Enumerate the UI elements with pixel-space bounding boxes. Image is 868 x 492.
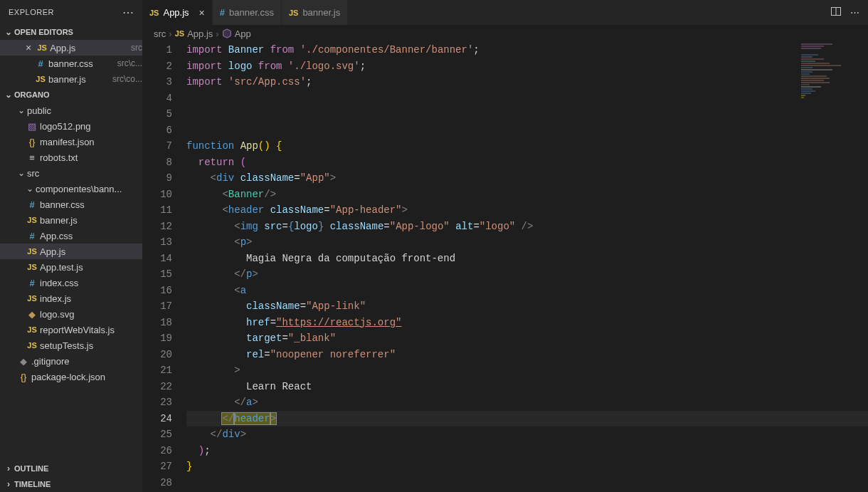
js-file-icon: JS — [27, 263, 36, 271]
code-line[interactable]: ); — [186, 443, 868, 459]
code-line[interactable]: Learn React — [186, 379, 868, 395]
code-line[interactable]: > — [186, 362, 868, 379]
editor-tab[interactable]: JSbanner.js — [282, 0, 348, 25]
tab-bar: JSApp.js×#banner.cssJSbanner.js ⋯ — [142, 0, 868, 25]
open-editor-item[interactable]: ×JSApp.jssrc — [0, 40, 142, 56]
folder-item[interactable]: ⌄public — [0, 103, 142, 118]
code-line[interactable]: Magia Negra da computação front-end — [186, 251, 868, 267]
chevron-down-icon: ⌄ — [16, 105, 27, 115]
breadcrumb-part[interactable]: src — [154, 28, 166, 39]
file-item[interactable]: JSreportWebVitals.js — [0, 322, 142, 337]
folder-label: src — [27, 168, 142, 179]
file-item[interactable]: #index.css — [0, 275, 142, 291]
breadcrumb[interactable]: src › JS App.js › App — [142, 25, 868, 42]
breadcrumb-part[interactable]: App.js — [187, 28, 213, 39]
close-icon[interactable]: × — [199, 7, 205, 19]
code-line[interactable]: import 'src/App.css'; — [186, 74, 868, 90]
file-label: App.test.js — [40, 262, 142, 273]
folder-item[interactable]: ⌄src — [0, 165, 142, 181]
svg-file-icon: ◆ — [28, 309, 36, 320]
open-editor-item[interactable]: #banner.csssrc\c... — [0, 56, 142, 71]
js-file-icon: JS — [37, 43, 46, 52]
code-line[interactable]: <div className="App"> — [186, 170, 868, 187]
file-meta: src — [131, 43, 142, 53]
code-line[interactable] — [186, 106, 868, 122]
folder-label: public — [27, 105, 142, 116]
code-line[interactable]: <a — [186, 283, 868, 299]
explorer-sidebar: EXPLORER ⋯ ⌄ OPEN EDITORS ×JSApp.jssrc#b… — [0, 0, 142, 492]
code-line[interactable]: className="App-link" — [186, 298, 868, 315]
js-file-icon: JS — [27, 294, 36, 303]
open-editors-header[interactable]: ⌄ OPEN EDITORS — [0, 24, 142, 40]
js-file-icon: JS — [27, 247, 36, 256]
code-line[interactable]: import Banner from './componentes/Banner… — [186, 42, 868, 58]
file-label: reportWebVitals.js — [40, 325, 142, 335]
chevron-down-icon: ⌄ — [24, 184, 36, 194]
code-line[interactable]: </div> — [186, 426, 868, 443]
code-line[interactable] — [186, 122, 868, 139]
code-line[interactable]: <Banner/> — [186, 187, 868, 203]
chevron-down-icon: ⌄ — [3, 90, 14, 100]
more-actions-icon[interactable]: ⋯ — [850, 7, 859, 18]
code-line[interactable]: return ( — [186, 155, 868, 171]
code-line[interactable]: </a> — [186, 394, 868, 411]
image-file-icon: ▧ — [28, 121, 36, 132]
minimap[interactable] — [801, 43, 858, 99]
file-item[interactable]: ◆logo.svg — [0, 306, 142, 322]
code-line[interactable] — [186, 475, 868, 491]
timeline-title: TIMELINE — [14, 480, 51, 488]
file-item[interactable]: JSApp.js — [0, 244, 142, 259]
file-label: banner.css — [48, 58, 115, 69]
file-item[interactable]: ◆.gitignore — [0, 353, 142, 369]
code-line[interactable]: function App() { — [186, 138, 868, 155]
file-label: .gitignore — [31, 356, 142, 367]
code-line[interactable]: </p> — [186, 266, 868, 283]
code-line[interactable]: href="https://reactjs.org" — [186, 315, 868, 331]
json-file-icon: {} — [21, 372, 27, 382]
code-line[interactable]: <img src={logo} className="App-logo" alt… — [186, 219, 868, 235]
code-line[interactable]: target="_blank" — [186, 330, 868, 347]
editor-main: JSApp.js×#banner.cssJSbanner.js ⋯ src › … — [142, 0, 868, 492]
file-item[interactable]: JSindex.js — [0, 291, 142, 306]
editor-tab[interactable]: JSApp.js× — [142, 0, 213, 25]
open-editors-title: OPEN EDITORS — [14, 28, 73, 36]
file-label: banner.css — [40, 199, 142, 210]
file-item[interactable]: JSsetupTests.js — [0, 337, 142, 353]
breadcrumb-sep: › — [169, 28, 171, 39]
code-line[interactable]: rel="noopener noreferrer" — [186, 347, 868, 363]
breadcrumb-part[interactable]: App — [235, 28, 251, 39]
file-item[interactable]: #App.css — [0, 228, 142, 244]
code-content[interactable]: import Banner from './componentes/Banner… — [186, 42, 868, 492]
file-item[interactable]: ≡robots.txt — [0, 150, 142, 165]
file-label: logo512.png — [40, 121, 142, 132]
js-file-icon: JS — [149, 9, 159, 17]
explorer-title: EXPLORER — [9, 8, 54, 16]
file-item[interactable]: JSbanner.js — [0, 212, 142, 228]
explorer-more-icon[interactable]: ⋯ — [122, 6, 134, 19]
code-line[interactable] — [186, 90, 868, 107]
file-label: App.js — [40, 246, 142, 257]
code-line[interactable]: <header className="App-header"> — [186, 202, 868, 219]
file-item[interactable]: ▧logo512.png — [0, 118, 142, 134]
split-editor-icon[interactable] — [830, 6, 842, 19]
file-item[interactable]: JSApp.test.js — [0, 259, 142, 275]
folder-item[interactable]: ⌄componentes\bann... — [0, 181, 142, 197]
close-icon[interactable]: × — [23, 42, 34, 53]
code-line[interactable]: } — [186, 459, 868, 475]
outline-header[interactable]: › OUTLINE — [0, 461, 142, 476]
explorer-header: EXPLORER ⋯ — [0, 0, 142, 24]
tab-label: banner.css — [229, 7, 274, 18]
timeline-header[interactable]: › TIMELINE — [0, 476, 142, 492]
code-line[interactable]: <p> — [186, 234, 868, 251]
project-header[interactable]: ⌄ ORGANO — [0, 87, 142, 103]
file-item[interactable]: {}manifest.json — [0, 134, 142, 150]
breadcrumb-sep: › — [216, 28, 218, 39]
editor-area[interactable]: 1234567891011121314151617181920212223242… — [142, 42, 868, 492]
code-line[interactable]: import logo from './logo.svg'; — [186, 58, 868, 75]
open-editor-item[interactable]: JSbanner.jssrc\co... — [0, 71, 142, 87]
file-item[interactable]: {}package-lock.json — [0, 369, 142, 384]
file-label: banner.js — [40, 215, 142, 226]
code-line[interactable]: </header> — [186, 411, 868, 427]
file-item[interactable]: #banner.css — [0, 197, 142, 212]
editor-tab[interactable]: #banner.css — [213, 0, 282, 25]
